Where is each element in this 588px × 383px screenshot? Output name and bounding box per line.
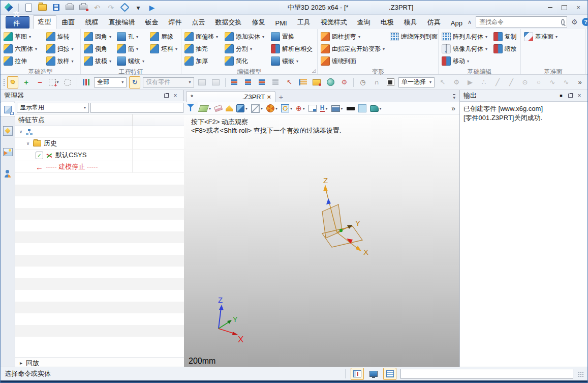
manager-tab-visual[interactable]	[1, 124, 15, 138]
tree-column-header[interactable]: 特征节点	[15, 114, 198, 126]
add-shape-button[interactable]: 添加实体▾	[224, 32, 267, 42]
quickbar-overflow-button[interactable]: »	[574, 76, 585, 89]
tree-row-default-csys[interactable]: ✓默认CSYS	[15, 150, 198, 161]
lip-button[interactable]: 唇缘	[149, 32, 179, 42]
tree-row-history[interactable]: ∨历史	[15, 138, 198, 150]
globe-tool-button[interactable]	[325, 76, 336, 89]
undo[interactable]: ↶	[92, 3, 102, 13]
link-tool-b-button[interactable]	[210, 76, 222, 89]
hole-button[interactable]: 孔▾	[116, 32, 146, 42]
ribbon-play[interactable]: ▶	[147, 3, 157, 13]
menu-tab-inquire[interactable]: 查询	[353, 16, 375, 29]
menu-tab-pmi[interactable]: PMI	[271, 18, 292, 29]
menu-tab-sheet-metal[interactable]: 钣金	[141, 16, 163, 29]
new-file[interactable]	[23, 3, 34, 13]
move-button[interactable]: 移动▾	[441, 56, 489, 66]
menu-tab-wireframe[interactable]: 线框	[81, 16, 103, 29]
point-target-button[interactable]: ⊕▾	[296, 103, 305, 113]
thread-button[interactable]: 螺纹▾	[116, 56, 146, 66]
toolbar-grip[interactable]	[3, 78, 5, 87]
display-bars-4-button[interactable]	[270, 76, 281, 89]
draft-button[interactable]: 拔模▾	[83, 56, 113, 66]
link-tool-a-button[interactable]	[197, 76, 208, 89]
expander-icon[interactable]: ∨	[18, 129, 23, 134]
toggle-fullscreen-button[interactable]	[367, 368, 380, 380]
viewbar-overflow-button[interactable]: »	[451, 103, 455, 113]
tree-search-input[interactable]	[90, 103, 183, 113]
wrap-pattern-to-face-button[interactable]: 缠绕阵列到面	[389, 32, 439, 42]
gear-icon[interactable]: ⚙	[571, 18, 578, 26]
view-plane-button[interactable]: ▾	[199, 103, 211, 113]
spline-disabled-1-button[interactable]: ∿	[547, 76, 558, 89]
menu-tab-visual-style[interactable]: 视觉样式	[316, 16, 352, 29]
display-bars-1-button[interactable]	[229, 76, 240, 89]
thicken-button[interactable]: 加厚	[183, 56, 221, 66]
section-view-button[interactable]: ▾	[266, 103, 277, 113]
datum-plane-button[interactable]: 基准面▾	[523, 32, 583, 42]
menu-tab-simulation[interactable]: 仿真	[423, 16, 445, 29]
add-entity-button[interactable]: +	[21, 76, 32, 89]
window-select-button[interactable]: ▾	[48, 76, 59, 89]
zoom-window-button[interactable]	[308, 103, 317, 113]
box-button[interactable]: 六面体▾	[3, 44, 42, 54]
output-stop-icon[interactable]: ■	[556, 92, 566, 100]
display-bars-2-button[interactable]	[242, 76, 254, 89]
menu-tab-tools[interactable]: 工具	[293, 16, 315, 29]
print[interactable]	[65, 3, 75, 13]
swatch-tool-button[interactable]	[385, 76, 396, 89]
resolve-self-intersection-button[interactable]: 解析自相交	[270, 44, 315, 54]
copy-button[interactable]: 复制	[492, 32, 519, 42]
toggle-manager-panel-button[interactable]	[351, 368, 364, 380]
line-disabled-1-button[interactable]: ╱	[492, 76, 503, 89]
manager-restore-icon[interactable]	[162, 92, 171, 100]
checkbox-checked[interactable]: ✓	[36, 152, 43, 159]
menu-tab-direct-edit[interactable]: 直接编辑	[104, 16, 140, 29]
sweep-button[interactable]: 扫掠▾	[45, 44, 79, 54]
save-file[interactable]	[51, 3, 61, 13]
quick-access-caret[interactable]: ▾	[133, 3, 143, 13]
dialog-launcher-icon[interactable]: ◿	[312, 68, 316, 73]
background-color-button[interactable]	[358, 103, 366, 113]
menu-tab-app[interactable]: App	[446, 18, 467, 29]
menu-tab-weldment[interactable]: 焊件	[164, 16, 187, 29]
face-offset-button[interactable]: 面偏移▾	[183, 32, 221, 42]
redo[interactable]: ↷	[106, 3, 116, 13]
replay-section[interactable]: ▸ 回放	[15, 358, 198, 368]
toggle-output-panel-button[interactable]	[383, 368, 396, 380]
eraser-button[interactable]	[214, 103, 222, 113]
folder-tool-button[interactable]	[311, 76, 322, 89]
revolve-button[interactable]: 旋转	[45, 32, 79, 42]
command-search-input[interactable]	[478, 18, 559, 26]
document-tab[interactable]: * .Z3PRT ×	[186, 91, 275, 102]
help-icon[interactable]: ?	[582, 18, 588, 26]
regen[interactable]	[119, 3, 130, 13]
filter-funnel-button[interactable]	[185, 102, 196, 113]
tree-row-root[interactable]: ∨	[15, 126, 198, 138]
tab-list-icon[interactable]: ▾	[453, 94, 455, 100]
chamfer-button[interactable]: 倒角	[83, 44, 113, 54]
entity-filter-combo[interactable]: 全部▾	[94, 77, 127, 87]
tab-close-icon[interactable]: ×	[267, 93, 271, 101]
circle-point-disabled-button[interactable]: ⊙	[519, 76, 531, 89]
menu-tab-repair[interactable]: 修复	[247, 16, 270, 29]
manager-close-icon[interactable]: ×	[171, 92, 180, 100]
dimension-tool-button[interactable]: H▾	[320, 103, 328, 113]
menu-tab-shape[interactable]: 造型	[33, 15, 56, 29]
lasso-select-button[interactable]	[62, 76, 73, 89]
deform-by-point-button[interactable]: 由指定点开始变形▾	[320, 44, 386, 54]
manager-tab-role[interactable]	[1, 166, 15, 181]
zoom-region-button[interactable]: ▾	[281, 103, 292, 113]
scale-button[interactable]: 缩放	[492, 44, 519, 54]
output-close-icon[interactable]: ×	[575, 92, 584, 100]
menu-tab-surface[interactable]: 曲面	[57, 16, 80, 29]
play-disabled-button[interactable]: ▶	[465, 76, 476, 89]
manager-tab-history[interactable]	[1, 102, 15, 116]
minimize-button[interactable]	[544, 3, 556, 12]
status-input[interactable]	[400, 369, 573, 379]
tree-filter-combo[interactable]: 显示常用 ▾	[17, 103, 89, 113]
csys-figure[interactable]: Z Y X	[311, 176, 377, 262]
tree-row-model-stop[interactable]: ←----- 建模停止 -----	[15, 161, 198, 173]
new-tab-button[interactable]: +	[275, 93, 287, 102]
remove-entity-button[interactable]: −	[35, 76, 46, 89]
mirror-geometry-button[interactable]: 镜像几何体▾	[441, 44, 489, 54]
